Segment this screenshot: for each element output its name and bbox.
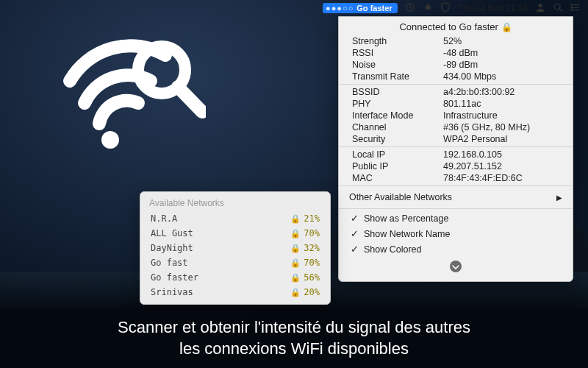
triangle-right-icon: ▶ xyxy=(556,194,562,202)
opt-show-name-label: Show Network Name xyxy=(364,229,450,239)
other-networks-row[interactable]: Other Available Networks ▶ xyxy=(339,188,573,207)
menubar-search-icon[interactable] xyxy=(553,2,563,15)
opt-show-percentage-label: Show as Percentage xyxy=(364,213,448,224)
lock-icon: 🔒 xyxy=(290,258,301,268)
network-row[interactable]: Go faster 🔒56% xyxy=(140,270,330,285)
network-name: DayNight xyxy=(151,243,193,253)
value-mac: 78:4F:43:4F:ED:6C xyxy=(443,173,559,183)
menubar-datetime[interactable]: Thu 24 Nov 21:34 xyxy=(458,3,528,13)
label-phy: PHY xyxy=(352,99,440,109)
network-pct: 32% xyxy=(304,243,320,253)
opt-show-colored-label: Show Colored xyxy=(364,244,422,255)
menubar-list-icon[interactable] xyxy=(570,2,581,15)
expand-down-button[interactable] xyxy=(339,257,573,281)
menubar-flame-icon[interactable] xyxy=(423,2,433,15)
menubar-user-icon[interactable] xyxy=(535,2,545,15)
value-bssid: a4:2b:b0:f3:00:92 xyxy=(443,87,559,97)
svg-point-10 xyxy=(571,4,573,5)
value-channel: #36 (5 GHz, 80 MHz) xyxy=(443,122,559,132)
value-security: WPA2 Personal xyxy=(443,134,559,144)
menubar-app-label: Go faster xyxy=(356,4,392,13)
network-name: ALL Gust xyxy=(151,228,193,238)
caption-line1: Scanner et obtenir l'intensité du signal… xyxy=(118,318,470,336)
value-ifmode: Infrastructure xyxy=(443,110,559,121)
label-ifmode: Interface Mode xyxy=(352,110,440,121)
lock-icon: 🔒 xyxy=(290,273,301,283)
lock-icon: 🔒 xyxy=(290,244,301,253)
network-pct: 56% xyxy=(304,272,320,283)
label-channel: Channel xyxy=(352,122,440,132)
network-row[interactable]: ALL Gust 🔒70% xyxy=(140,226,330,241)
radio-section: BSSIDa4:2b:b0:f3:00:92 PHY801.11ac Inter… xyxy=(339,86,573,145)
label-localip: Local IP xyxy=(352,149,440,160)
label-security: Security xyxy=(352,134,440,144)
value-publicip: 49.207.51.152 xyxy=(443,161,559,171)
desktop: ●●●○○ Go faster Thu 24 Nov 21:34 Connect… xyxy=(0,0,588,368)
label-noise: Noise xyxy=(352,60,440,70)
checkmark-icon: ✓ xyxy=(349,213,359,224)
network-name: N.R.A xyxy=(151,213,177,224)
label-txrate: Transmit Rate xyxy=(352,71,440,82)
svg-point-11 xyxy=(571,7,573,8)
value-txrate: 434.00 Mbps xyxy=(443,71,559,82)
value-rssi: -48 dBm xyxy=(443,48,559,58)
signal-dots-icon: ●●●○○ xyxy=(326,4,354,13)
value-localip: 192.168.0.105 xyxy=(443,149,559,160)
panel-title: Connected to Go faster 🔒 xyxy=(339,17,573,35)
checkmark-icon: ✓ xyxy=(349,228,359,239)
menubar-app-indicator[interactable]: ●●●○○ Go faster xyxy=(323,3,398,13)
svg-point-5 xyxy=(554,4,560,10)
network-row[interactable]: N.R.A 🔒21% xyxy=(140,211,330,226)
wifi-status-panel: Connected to Go faster 🔒 Strength52% RSS… xyxy=(338,16,573,282)
lock-icon: 🔒 xyxy=(290,288,301,297)
network-pct: 70% xyxy=(304,228,320,238)
available-networks-panel: Available Networks N.R.A 🔒21% ALL Gust 🔒… xyxy=(140,191,331,305)
available-networks-title: Available Networks xyxy=(140,192,330,211)
value-strength: 52% xyxy=(443,36,559,46)
network-name: Srinivas xyxy=(151,287,193,297)
svg-point-4 xyxy=(538,3,542,7)
svg-point-12 xyxy=(571,9,573,10)
network-pct: 70% xyxy=(304,258,320,268)
label-mac: MAC xyxy=(352,173,440,183)
network-name: Go fast xyxy=(151,258,188,268)
checkmark-icon: ✓ xyxy=(349,244,359,255)
value-noise: -89 dBm xyxy=(443,60,559,70)
label-rssi: RSSI xyxy=(352,48,440,58)
svg-line-6 xyxy=(559,9,562,11)
lock-icon: 🔒 xyxy=(290,214,301,224)
network-pct: 20% xyxy=(304,287,320,297)
signal-section: Strength52% RSSI-48 dBm Noise-89 dBm Tra… xyxy=(339,35,573,82)
ip-section: Local IP192.168.0.105 Public IP49.207.51… xyxy=(339,149,573,184)
network-row[interactable]: Srinivas 🔒20% xyxy=(140,285,330,300)
lock-icon: 🔒 xyxy=(501,22,512,32)
marketing-caption: Scanner et obtenir l'intensité du signal… xyxy=(0,309,588,368)
opt-show-name[interactable]: ✓ Show Network Name xyxy=(339,226,573,241)
network-row[interactable]: DayNight 🔒32% xyxy=(140,241,330,255)
value-phy: 801.11ac xyxy=(443,99,559,109)
menubar-shield-icon[interactable] xyxy=(440,2,451,15)
menubar-status-icon-1[interactable] xyxy=(405,2,415,15)
opt-show-colored[interactable]: ✓ Show Colored xyxy=(339,241,573,257)
menubar: ●●●○○ Go faster Thu 24 Nov 21:34 xyxy=(323,0,588,16)
app-hero-icon xyxy=(59,29,206,155)
label-publicip: Public IP xyxy=(352,161,440,171)
label-strength: Strength xyxy=(352,36,440,46)
lock-icon: 🔒 xyxy=(290,229,301,238)
network-row[interactable]: Go fast 🔒70% xyxy=(140,255,330,270)
caption-line2: les connexions WiFi disponibles xyxy=(179,339,409,358)
other-networks-label: Other Available Networks xyxy=(349,192,452,202)
svg-point-0 xyxy=(101,131,119,149)
network-name: Go faster xyxy=(151,272,198,283)
opt-show-percentage[interactable]: ✓ Show as Percentage xyxy=(339,210,573,226)
network-pct: 21% xyxy=(304,213,320,224)
svg-point-13 xyxy=(450,261,462,272)
label-bssid: BSSID xyxy=(352,87,440,97)
svg-line-2 xyxy=(178,87,202,112)
